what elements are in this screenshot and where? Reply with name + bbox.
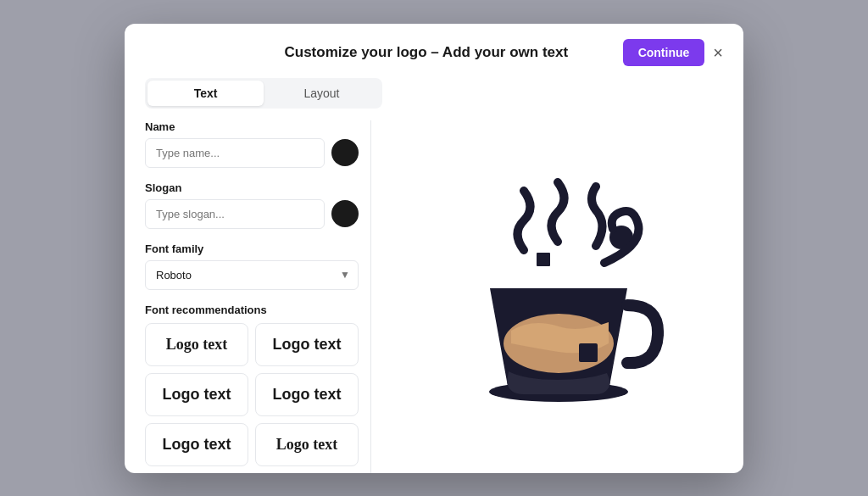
tabs-container: Text Layout [125, 66, 743, 109]
slogan-field-row [145, 199, 359, 229]
customize-modal: Customize your logo – Add your own text … [125, 24, 743, 473]
font-rec-item-1[interactable]: Logo text [145, 323, 248, 366]
font-rec-text-4: Logo text [273, 386, 342, 403]
name-field-row [145, 138, 359, 168]
svg-rect-10 [579, 343, 598, 362]
close-button[interactable]: × [713, 44, 723, 61]
slogan-input[interactable] [145, 199, 325, 229]
slogan-label: Slogan [145, 181, 359, 194]
name-input[interactable] [145, 138, 325, 168]
font-rec-item-2[interactable]: Logo text [255, 323, 359, 366]
tab-group: Text Layout [145, 78, 382, 109]
font-select-wrapper: Roboto Open Sans Lato Montserrat Oswald … [145, 260, 359, 290]
modal-body: Name Slogan Font family Robo [125, 109, 743, 473]
tab-text[interactable]: Text [147, 81, 264, 106]
font-rec-text-2: Logo text [273, 336, 342, 353]
continue-button[interactable]: Continue [623, 39, 705, 66]
font-rec-text-6: Logo text [276, 436, 337, 453]
modal-header: Customize your logo – Add your own text … [125, 24, 743, 66]
left-panel: Name Slogan Font family Robo [125, 120, 370, 473]
font-family-label: Font family [145, 242, 359, 255]
modal-title: Customize your logo – Add your own text [230, 44, 623, 61]
slogan-color-picker[interactable] [331, 200, 359, 227]
slogan-section: Slogan [145, 181, 359, 229]
font-rec-text-3: Logo text [163, 386, 231, 403]
modal-actions: Continue × [623, 39, 723, 66]
font-recs-section: Font recommendations Logo text Logo text… [145, 304, 359, 466]
name-section: Name [145, 120, 359, 168]
name-label: Name [145, 120, 359, 133]
font-rec-text-5: Logo text [163, 436, 231, 453]
font-rec-item-6[interactable]: Logo text [255, 423, 359, 466]
svg-rect-7 [537, 253, 550, 266]
font-recs-label: Font recommendations [145, 304, 359, 316]
coffee-logo-svg [439, 178, 676, 415]
font-rec-item-4[interactable]: Logo text [255, 373, 359, 416]
font-recs-grid: Logo text Logo text Logo text Logo text … [145, 323, 359, 466]
font-family-section: Font family Roboto Open Sans Lato Montse… [145, 242, 359, 290]
font-family-select[interactable]: Roboto Open Sans Lato Montserrat Oswald … [145, 260, 359, 290]
right-panel-logo-preview [371, 120, 743, 473]
logo-preview [439, 178, 676, 415]
font-rec-text-1: Logo text [166, 336, 227, 353]
font-rec-item-3[interactable]: Logo text [145, 373, 248, 416]
font-rec-item-5[interactable]: Logo text [145, 423, 248, 466]
tab-layout[interactable]: Layout [264, 81, 380, 106]
name-color-picker[interactable] [331, 139, 359, 166]
